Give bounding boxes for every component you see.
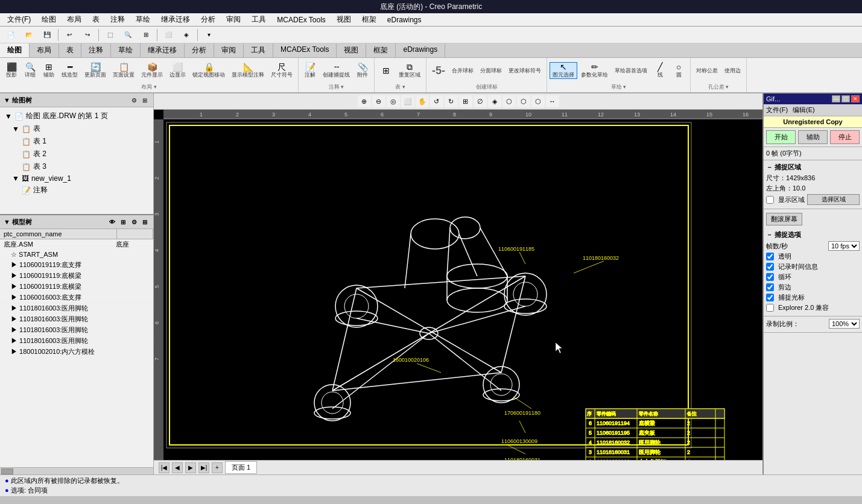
edge-display-btn[interactable]: ⬜ 边显示 <box>166 62 189 79</box>
mini-ref[interactable]: ∅ <box>474 95 487 107</box>
menu-inherit[interactable]: 继承迁移 <box>156 13 195 26</box>
gif-scroll-btn[interactable]: 翻滚屏幕 <box>766 213 802 225</box>
gif-select-region-btn[interactable]: 选择区域 <box>807 194 860 205</box>
detail-btn[interactable]: 🔍 详细 <box>21 62 39 79</box>
tab-sketch[interactable]: 草绘 <box>111 43 141 57</box>
projection-btn[interactable]: ⬛ 投影 <box>2 62 21 79</box>
update-page-btn[interactable]: 🔄 更新页面 <box>81 62 109 79</box>
mini-display3[interactable]: ⬡ <box>517 95 530 107</box>
mini-display4[interactable]: ⬡ <box>531 95 545 107</box>
sym-tol-btn[interactable]: 对称公差 <box>693 62 721 79</box>
mini-display5[interactable]: ↔ <box>546 95 559 107</box>
use-edge-btn[interactable]: 使用边 <box>721 62 744 79</box>
model-tree-col-icon[interactable]: ⊞ <box>118 217 128 227</box>
gif-start-btn[interactable]: 开始 <box>766 130 796 144</box>
new-btn[interactable]: 📄 <box>2 28 19 42</box>
gif-menu-file[interactable]: 文件(F) <box>766 106 788 115</box>
mini-display1[interactable]: ◈ <box>488 95 501 107</box>
snap-line-btn[interactable]: ╌ 创建捕捉线 <box>320 62 353 79</box>
linestyle-btn[interactable]: ━ 线造型 <box>59 62 81 79</box>
model-tree-row-2[interactable]: ▶ 11060019119:底横梁 <box>0 271 153 282</box>
page-next-btn[interactable]: ▶ <box>185 462 196 473</box>
menu-table[interactable]: 表 <box>87 13 104 26</box>
more-btn[interactable]: ▾ <box>200 28 217 42</box>
model-tree-row-asm[interactable]: 底座.ASM 底座 <box>0 239 153 250</box>
display-btn[interactable]: ⬜ <box>160 28 177 42</box>
page-last-btn[interactable]: ▶| <box>198 462 209 473</box>
tree-item-table[interactable]: ▼ 📋 表 <box>0 122 153 135</box>
mini-grid[interactable]: ⊞ <box>459 95 472 107</box>
tab-view[interactable]: 视图 <box>337 43 366 57</box>
mini-rotate2[interactable]: ↻ <box>445 95 458 107</box>
model-tree-row-9[interactable]: ▶ 18001002010:内六方模栓 <box>0 347 153 358</box>
tree-item-root[interactable]: ▼ 📄 绘图 底座.DRW 的第 1 页 <box>0 110 153 122</box>
display2-btn[interactable]: ◈ <box>178 28 195 42</box>
aux-btn[interactable]: ⊞ 辅助 <box>40 62 58 79</box>
mini-pan[interactable]: ✋ <box>416 95 429 107</box>
mini-zoom-region[interactable]: ◎ <box>387 95 400 107</box>
gif-scale-select[interactable]: 100% 75% 50% <box>829 319 860 329</box>
menu-layout[interactable]: 布局 <box>62 13 86 26</box>
gif-close-btn[interactable]: ✕ <box>851 95 860 102</box>
page-setup-btn[interactable]: 📋 页面设置 <box>110 62 138 79</box>
tab-mcadex[interactable]: MCADEx Tools <box>273 43 337 57</box>
line-btn[interactable]: ╱ 线 <box>651 62 669 79</box>
mini-zoom-prev[interactable]: ⬜ <box>401 95 414 107</box>
menu-review[interactable]: 审阅 <box>221 13 246 26</box>
drawing-canvas[interactable]: 110600191185 110180160032 160010020106 <box>163 119 762 460</box>
drawing-viewport[interactable]: 1 2 3 4 5 6 7 8 9 10 11 12 13 14 15 16 1 <box>154 110 762 460</box>
split-balloon-btn[interactable]: 分面球标 <box>477 62 505 79</box>
gif-minimize-btn[interactable]: — <box>832 95 840 102</box>
gif-loop-check[interactable] <box>766 273 774 281</box>
mini-zoom-fit[interactable]: ⊕ <box>358 95 371 107</box>
menu-file[interactable]: 文件(F) <box>2 13 36 26</box>
menu-analysis[interactable]: 分析 <box>196 13 220 26</box>
tree-expand-icon[interactable]: ⊞ <box>140 95 150 105</box>
gif-show-region-check[interactable] <box>766 196 774 204</box>
tab-tools[interactable]: 工具 <box>244 43 273 57</box>
gif-explorer-check[interactable] <box>766 304 774 312</box>
page-tab-1[interactable]: 页面 1 <box>225 461 257 474</box>
tab-analysis[interactable]: 分析 <box>185 43 214 57</box>
tab-review[interactable]: 审阅 <box>214 43 244 57</box>
show-model-anno-btn[interactable]: 📐 显示模型注释 <box>229 62 267 79</box>
circle-btn[interactable]: ○ 圆 <box>670 62 688 79</box>
gif-timestamp-check[interactable] <box>766 263 774 271</box>
page-prev-btn[interactable]: ◀ <box>172 462 183 473</box>
model-tree-row-5[interactable]: ▶ 11018016003:医用脚轮 <box>0 303 153 314</box>
tab-inherit[interactable]: 继承迁移 <box>141 43 185 57</box>
attach-btn[interactable]: 📎 附件 <box>353 62 372 79</box>
menu-mcadex[interactable]: MCADEx Tools <box>272 14 330 25</box>
save-btn[interactable]: 💾 <box>39 28 55 42</box>
page-add-btn[interactable]: + <box>212 462 223 473</box>
tab-drawing[interactable]: 绘图 <box>0 43 30 57</box>
tree-item-view[interactable]: ▼ 🖼 new_view_1 <box>0 173 153 184</box>
change-balloon-btn[interactable]: 更改球标符号 <box>505 62 544 79</box>
redo-btn[interactable]: ↪ <box>79 28 96 42</box>
table-repeat-btn[interactable]: ⧉ 重复区域 <box>396 62 423 79</box>
gif-menu-edit[interactable]: 编辑(E) <box>793 106 815 115</box>
model-tree-settings-icon[interactable]: ⚙ <box>129 217 139 227</box>
merge-balloon-btn[interactable]: 合并球标 <box>449 62 477 79</box>
param-sketch-btn[interactable]: ✏ 参数化草绘 <box>578 62 611 79</box>
dim-symbol-btn[interactable]: 尺 尺寸符号 <box>268 62 296 79</box>
mini-zoom-out[interactable]: ⊖ <box>372 95 385 107</box>
tree-item-table1[interactable]: 📋 表 1 <box>0 135 153 148</box>
tree-item-table3[interactable]: 📋 表 3 <box>0 160 153 173</box>
model-tree-row-3[interactable]: ▶ 11060019119:底横梁 <box>0 282 153 292</box>
note-btn[interactable]: 📝 注解 <box>301 62 319 79</box>
component-display-btn[interactable]: 📦 元件显示 <box>138 62 166 79</box>
sketcher-pref-btn[interactable]: 草绘器首选项 <box>612 62 650 79</box>
tab-layout[interactable]: 布局 <box>30 43 59 57</box>
menu-edrawings[interactable]: eDrawings <box>382 14 426 25</box>
menu-draw[interactable]: 绘图 <box>37 13 61 26</box>
gif-maximize-btn[interactable]: □ <box>841 95 850 102</box>
hscroll-thumb[interactable] <box>1 468 13 474</box>
page-first-btn[interactable]: |◀ <box>159 462 170 473</box>
select-mode-btn[interactable]: ⬚ <box>101 28 118 42</box>
open-btn[interactable]: 📂 <box>21 28 37 42</box>
mini-display2[interactable]: ⬡ <box>502 95 516 107</box>
gif-clip-check[interactable] <box>766 283 774 291</box>
model-tree-view-icon[interactable]: 👁 <box>107 217 117 227</box>
model-tree-row-start[interactable]: ☆ START_ASM <box>0 250 153 260</box>
